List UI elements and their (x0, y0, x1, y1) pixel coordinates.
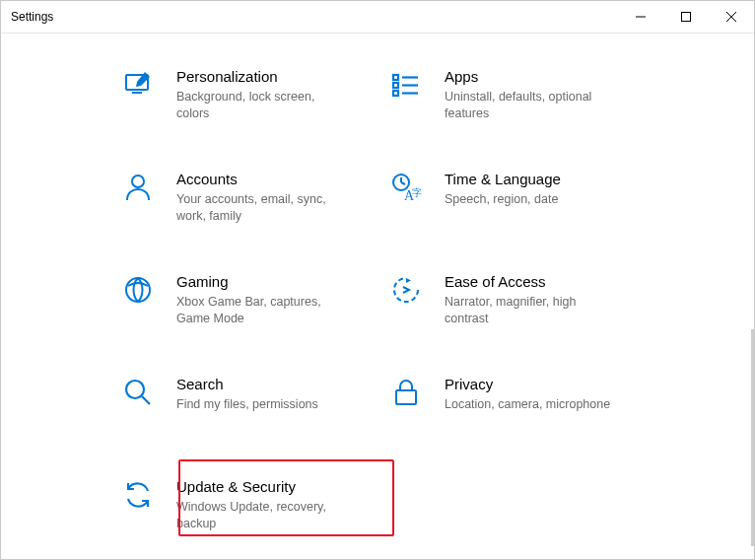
tile-title: Search (176, 375, 367, 394)
svg-rect-1 (682, 13, 691, 22)
tile-title: Accounts (176, 170, 367, 189)
tile-ease-of-access[interactable]: Ease of Access Narrator, magnifier, high… (382, 260, 651, 363)
svg-rect-22 (396, 390, 416, 404)
window-title: Settings (1, 10, 53, 24)
tile-desc: Find my files, permissions (176, 396, 349, 413)
svg-line-15 (401, 182, 405, 184)
tile-title: Personalization (176, 67, 367, 87)
svg-point-12 (132, 175, 144, 187)
scrollbar[interactable] (751, 329, 754, 546)
time-language-icon: A 字 (390, 170, 445, 203)
tile-desc: Uninstall, defaults, optional features (445, 89, 617, 122)
tile-desc: Xbox Game Bar, captures, Game Mode (176, 294, 349, 327)
tile-search[interactable]: Search Find my files, permissions (114, 363, 382, 465)
tile-desc: Speech, region, date (445, 191, 617, 208)
settings-grid: Personalization Background, lock screen,… (114, 55, 651, 559)
settings-window: Settings (0, 0, 755, 560)
svg-rect-7 (393, 83, 398, 88)
tile-accounts[interactable]: Accounts Your accounts, email, sync, wor… (114, 158, 382, 260)
update-security-icon (122, 477, 176, 511)
svg-point-20 (126, 381, 144, 398)
tile-title: Time & Language (445, 170, 635, 189)
tile-desc: Your accounts, email, sync, work, family (176, 191, 349, 225)
tile-gaming[interactable]: Gaming Xbox Game Bar, captures, Game Mod… (114, 260, 382, 363)
maximize-button[interactable] (663, 1, 709, 33)
tile-title: Privacy (445, 375, 635, 394)
svg-rect-8 (393, 91, 398, 96)
tile-title: Update & Security (176, 477, 367, 497)
tile-personalization[interactable]: Personalization Background, lock screen,… (114, 55, 382, 158)
svg-rect-6 (393, 75, 398, 80)
tile-privacy[interactable]: Privacy Location, camera, microphone (382, 363, 651, 465)
personalization-icon (122, 67, 176, 101)
tile-time-language[interactable]: A 字 Time & Language Speech, region, date (382, 158, 651, 260)
close-button[interactable] (709, 1, 754, 33)
svg-point-18 (126, 278, 150, 302)
tile-desc: Windows Update, recovery, backup (176, 499, 349, 532)
svg-line-21 (142, 396, 150, 404)
tile-desc: Narrator, magnifier, high contrast (445, 294, 617, 327)
settings-content: Personalization Background, lock screen,… (1, 34, 754, 559)
search-icon (122, 375, 176, 408)
gaming-icon (122, 272, 176, 306)
titlebar: Settings (1, 1, 754, 34)
window-controls (618, 1, 754, 33)
tile-desc: Location, camera, microphone (445, 396, 617, 413)
privacy-icon (390, 375, 445, 408)
apps-icon (390, 67, 445, 101)
tile-title: Gaming (176, 272, 367, 292)
tile-update-security[interactable]: Update & Security Windows Update, recove… (114, 465, 382, 559)
tile-desc: Background, lock screen, colors (176, 89, 349, 122)
minimize-button[interactable] (618, 1, 663, 33)
tile-title: Ease of Access (445, 272, 635, 292)
accounts-icon (122, 170, 176, 203)
tile-apps[interactable]: Apps Uninstall, defaults, optional featu… (382, 55, 651, 158)
svg-text:字: 字 (412, 187, 422, 198)
tile-title: Apps (445, 67, 635, 87)
ease-of-access-icon (390, 272, 445, 306)
svg-marker-19 (406, 278, 411, 283)
